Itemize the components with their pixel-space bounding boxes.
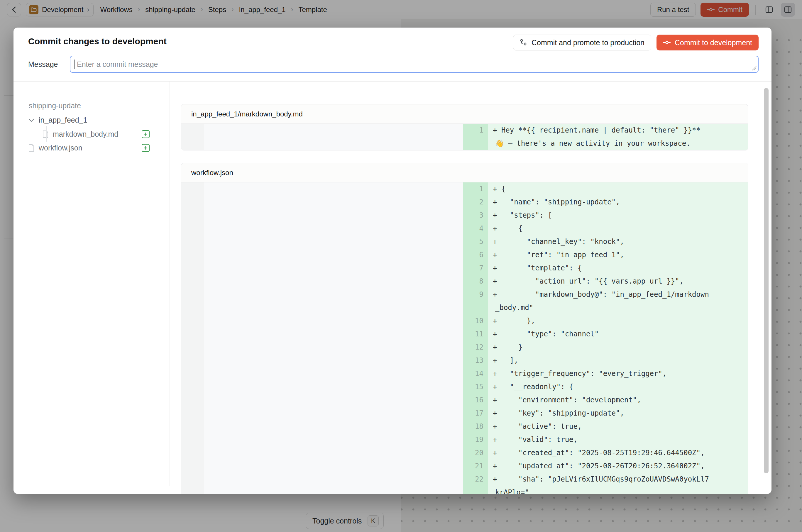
file-icon [42,130,49,138]
line-number: 5 [463,235,488,248]
modal-actions: Commit and promote to production Commit … [513,35,759,51]
commit-message-row: Message [28,56,759,73]
diff-added-line: 17+ "key": "shipping-update", [463,407,748,420]
diff-added-line: 18+ "active": true, [463,420,748,433]
diff-added-line: 1+ { [463,183,748,196]
line-number: 3 [463,209,488,222]
diff-added-line: 19+ "valid": true, [463,433,748,446]
diff-added-line: 5+ "channel_key": "knock", [463,235,748,248]
resize-grip-icon[interactable] [751,65,757,71]
line-content: + { [488,222,748,235]
line-content: + "name": "shipping-update", [488,196,748,209]
diff-old-gutter [181,183,204,494]
line-content: + }, [488,315,748,328]
message-input-wrap [70,56,759,73]
diff-added-line: 2+ "name": "shipping-update", [463,196,748,209]
line-content: + "template": { [488,262,748,275]
diff-added-icon [142,130,150,138]
line-number: 1 [463,183,488,196]
line-content: + "key": "shipping-update", [488,407,748,420]
line-number: 4 [463,222,488,235]
diff-old-side-empty [181,124,463,150]
diff-file-title: in_app_feed_1/markdown_body.md [181,104,748,124]
diff-added-line: 10+ }, [463,315,748,328]
line-content: + { [488,183,748,196]
git-commit-icon [663,40,671,45]
line-content: + } [488,341,748,354]
diff-added-line: 7+ "template": { [463,262,748,275]
diff-added-line: 13+ ], [463,354,748,367]
file-icon [28,144,35,152]
line-content: + "steps": [ [488,209,748,222]
line-content: + "environment": "development", [488,394,748,407]
line-content: + "action_url": "{{ vars.app_url }}", [488,275,748,288]
line-number: 18 [463,420,488,433]
modal-scrollbar-thumb[interactable] [764,88,768,473]
tree-file-workflow-json[interactable]: workflow.json [28,141,166,155]
commit-changes-modal: Commit changes to development Commit and… [14,27,771,494]
commit-to-development-button[interactable]: Commit to development [656,35,759,51]
line-content: + "created_at": "2025-08-25T19:29:46.644… [488,446,748,459]
line-number: 20 [463,446,488,459]
line-content: + "type": "channel" [488,328,748,341]
line-number: 13 [463,354,488,367]
diff-added-line: 3+ "steps": [ [463,209,748,222]
line-content: + ], [488,354,748,367]
line-content: + "valid": true, [488,433,748,446]
diff-old-side-empty [181,183,463,494]
diff-card: workflow.json1+ {2+ "name": "shipping-up… [181,163,748,494]
line-content: + "trigger_frequency": "every_trigger", [488,367,748,380]
tree-group-step[interactable]: in_app_feed_1 [28,113,166,127]
line-number: 11 [463,328,488,341]
text-caret [75,59,75,69]
line-number: 9 [463,288,488,315]
changed-files-tree: shipping-update in_app_feed_1 markdown_b… [28,99,166,155]
diff-split-view: 1+ {2+ "name": "shipping-update",3+ "ste… [181,183,748,494]
diff-added-line: 14+ "trigger_frequency": "every_trigger"… [463,367,748,380]
chevron-down-icon [28,118,35,122]
commit-and-promote-button[interactable]: Commit and promote to production [513,35,651,51]
line-number: 8 [463,275,488,288]
diff-added-line: 1+ Hey **{{ recipient.name | default: "t… [463,124,748,150]
line-content: + Hey **{{ recipient.name | default: "th… [488,124,748,150]
diff-added-line: 21+ "updated_at": "2025-08-26T20:26:52.3… [463,459,748,473]
diff-added-icon [142,144,150,152]
line-number: 10 [463,315,488,328]
line-number: 17 [463,407,488,420]
line-content: + "sha": "pJeLVir6xIlUCMGqs9qroZoUAVDSwA… [488,473,748,494]
diff-split-view: 1+ Hey **{{ recipient.name | default: "t… [181,124,748,150]
diff-panels: in_app_feed_1/markdown_body.md1+ Hey **{… [181,81,748,494]
modal-title: Commit changes to development [28,36,167,46]
diff-old-gutter [181,124,204,150]
diff-added-line: 12+ } [463,341,748,354]
diff-added-line: 22+ "sha": "pJeLVir6xIlUCMGqs9qroZoUAVDS… [463,473,748,494]
line-number: 1 [463,124,488,150]
line-number: 14 [463,367,488,380]
tree-file-markdown-body[interactable]: markdown_body.md [28,127,166,141]
commit-message-input[interactable] [70,56,759,73]
line-content: + "markdown_body@": "in_app_feed_1/markd… [488,288,748,315]
diff-added-line: 20+ "created_at": "2025-08-25T19:29:46.6… [463,446,748,459]
line-content: + "ref": "in_app_feed_1", [488,248,748,262]
message-label: Message [28,60,70,69]
diff-added-line: 4+ { [463,222,748,235]
tree-root-workflow: shipping-update [28,99,166,113]
diff-added-line: 11+ "type": "channel" [463,328,748,341]
line-number: 15 [463,380,488,394]
modal-body: shipping-update in_app_feed_1 markdown_b… [14,81,771,494]
diff-card: in_app_feed_1/markdown_body.md1+ Hey **{… [181,104,748,150]
diff-added-line: 8+ "action_url": "{{ vars.app_url }}", [463,275,748,288]
diff-added-line: 15+ "__readonly": { [463,380,748,394]
git-promote-icon [520,39,527,46]
diff-added-line: 16+ "environment": "development", [463,394,748,407]
line-number: 12 [463,341,488,354]
diff-file-title: workflow.json [181,163,748,183]
diff-new-side: 1+ Hey **{{ recipient.name | default: "t… [463,124,748,150]
line-number: 16 [463,394,488,407]
line-content: + "__readonly": { [488,380,748,394]
diff-new-side: 1+ {2+ "name": "shipping-update",3+ "ste… [463,183,748,494]
line-content: + "channel_key": "knock", [488,235,748,248]
line-number: 6 [463,248,488,262]
line-number: 7 [463,262,488,275]
diff-added-line: 9+ "markdown_body@": "in_app_feed_1/mark… [463,288,748,315]
